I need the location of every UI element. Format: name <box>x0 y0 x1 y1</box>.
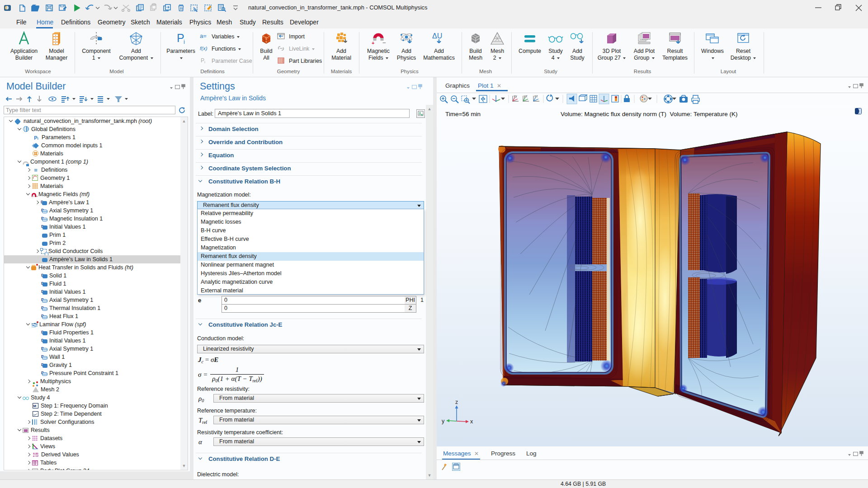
svg-text:ΔU: ΔU <box>432 32 442 40</box>
svg-text:y: y <box>442 418 445 424</box>
svg-text:a=: a= <box>200 33 207 39</box>
svg-text:z: z <box>455 399 458 405</box>
svg-text:f(x): f(x) <box>200 46 208 51</box>
svg-text:i: i <box>204 60 205 64</box>
svg-text:xy: xy <box>514 94 517 98</box>
svg-text:i: i <box>184 38 185 45</box>
svg-text:x: x <box>470 418 473 425</box>
svg-text:−: − <box>382 39 386 46</box>
svg-text:+: + <box>372 40 374 46</box>
svg-text:P: P <box>201 57 204 64</box>
svg-text:yz: yz <box>524 94 528 98</box>
svg-text:xz: xz <box>534 94 538 98</box>
